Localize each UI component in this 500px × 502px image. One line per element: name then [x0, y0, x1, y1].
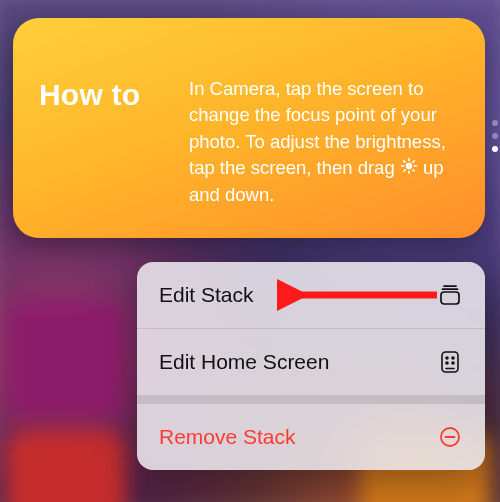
svg-point-0: [406, 163, 412, 169]
svg-point-16: [452, 362, 454, 364]
svg-point-13: [446, 357, 448, 359]
svg-point-14: [452, 357, 454, 359]
menu-item-remove-stack[interactable]: Remove Stack: [137, 404, 485, 470]
svg-line-8: [413, 160, 415, 162]
remove-minus-circle-icon: [437, 424, 463, 450]
svg-rect-11: [441, 292, 459, 304]
apps-grid-icon: [437, 349, 463, 375]
svg-line-5: [404, 160, 406, 162]
page-dot-active: [492, 146, 498, 152]
widget-body: In Camera, tap the screen to change the …: [189, 42, 459, 214]
menu-item-edit-home-screen[interactable]: Edit Home Screen: [137, 328, 485, 395]
brightness-sun-icon: [400, 156, 418, 182]
stack-icon: [437, 282, 463, 308]
tips-widget[interactable]: How to In Camera, tap the screen to chan…: [13, 18, 485, 238]
context-menu: Edit Stack Edit Home Screen Remove Stack: [137, 262, 485, 470]
widget-title: How to: [39, 42, 189, 214]
svg-line-7: [404, 170, 406, 172]
menu-separator: [137, 395, 485, 404]
menu-item-label: Remove Stack: [159, 425, 296, 449]
page-dot: [492, 133, 498, 139]
stack-page-indicator: [492, 120, 498, 152]
page-dot: [492, 120, 498, 126]
svg-line-6: [413, 170, 415, 172]
svg-point-15: [446, 362, 448, 364]
menu-item-label: Edit Home Screen: [159, 350, 329, 374]
menu-item-edit-stack[interactable]: Edit Stack: [137, 262, 485, 328]
menu-item-label: Edit Stack: [159, 283, 254, 307]
